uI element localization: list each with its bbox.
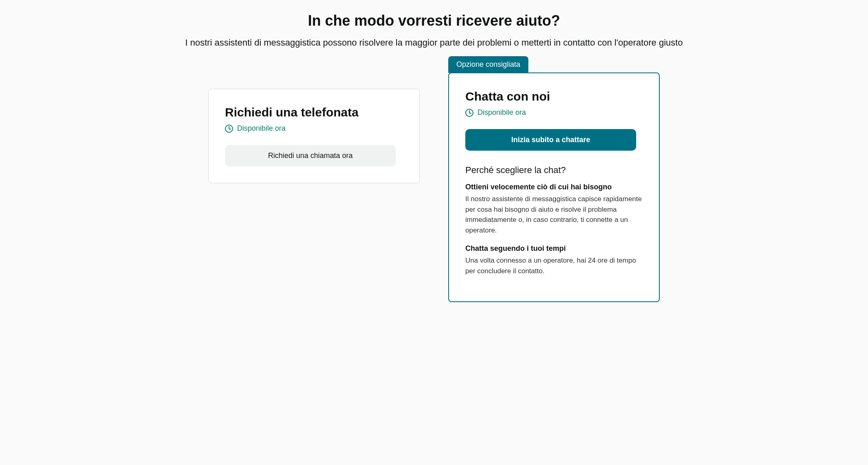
- benefit-title: Chatta seguendo i tuoi tempi: [465, 244, 643, 253]
- options-row: Richiedi una telefonata Disponibile ora …: [149, 72, 719, 302]
- page-title: In che modo vorresti ricevere aiuto?: [149, 12, 719, 29]
- benefit-title: Ottieni velocemente ciò di cui hai bisog…: [465, 183, 643, 191]
- clock-icon: [465, 109, 473, 117]
- chat-availability: Disponibile ora: [465, 108, 643, 117]
- phone-card-title: Richiedi una telefonata: [225, 105, 403, 119]
- start-chat-button[interactable]: Inizia subito a chattare: [465, 129, 636, 151]
- phone-availability: Disponibile ora: [225, 124, 403, 133]
- chat-card-title: Chatta con noi: [465, 90, 643, 103]
- benefit-text: Una volta connesso a un operatore, hai 2…: [465, 255, 643, 276]
- benefit-text: Il nostro assistente di messaggistica ca…: [465, 194, 643, 235]
- phone-card: Richiedi una telefonata Disponibile ora …: [208, 89, 420, 183]
- chat-card: Chatta con noi Disponibile ora Inizia su…: [448, 72, 660, 302]
- clock-icon: [225, 125, 233, 133]
- request-call-button[interactable]: Richiedi una chiamata ora: [225, 145, 396, 167]
- why-chat-section: Perché scegliere la chat? Ottieni veloce…: [465, 165, 643, 276]
- page-subtitle: I nostri assistenti di messaggistica pos…: [149, 37, 719, 48]
- recommended-badge: Opzione consigliata: [448, 56, 528, 73]
- why-chat-title: Perché scegliere la chat?: [465, 165, 643, 175]
- chat-availability-text: Disponibile ora: [478, 108, 526, 117]
- chat-card-wrapper: Opzione consigliata Chatta con noi Dispo…: [448, 72, 660, 302]
- benefit-item: Chatta seguendo i tuoi tempi Una volta c…: [465, 244, 643, 276]
- phone-availability-text: Disponibile ora: [237, 124, 286, 133]
- benefit-item: Ottieni velocemente ciò di cui hai bisog…: [465, 183, 643, 235]
